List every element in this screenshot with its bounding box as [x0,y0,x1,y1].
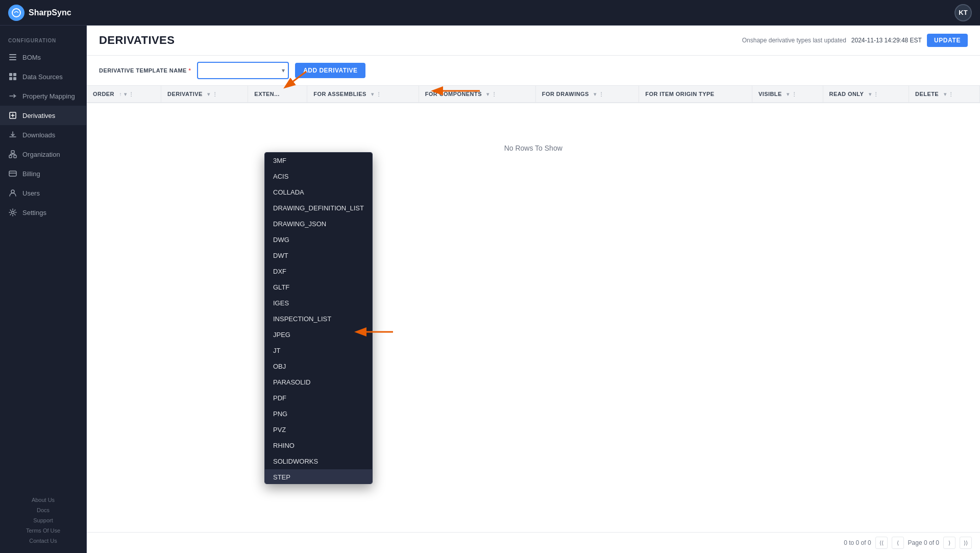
col-read-only: READ ONLY ▾⋮ [823,86,909,103]
sidebar-label-users: Users [22,189,40,197]
boms-icon [8,53,17,62]
template-name-label: DERIVATIVE TEMPLATE NAME * [99,67,191,74]
sidebar-label-downloads: Downloads [22,131,55,139]
dropdown-option-png[interactable]: PNG [265,406,372,422]
derivative-template-select[interactable]: 3MFACISCOLLADADRAWING_DEFINITION_LISTDRA… [197,62,289,79]
svg-rect-7 [13,77,16,80]
link-support[interactable]: Support [8,516,78,524]
dropdown-option-dxf[interactable]: DXF [265,263,372,279]
property-mapping-icon [8,91,17,101]
derivative-type-dropdown: 3MFACISCOLLADADRAWING_DEFINITION_LISTDRA… [264,152,373,484]
dropdown-option-obj[interactable]: OBJ [265,358,372,374]
data-sources-icon [8,72,17,81]
dropdown-option-step[interactable]: STEP [265,469,372,484]
dropdown-option-jt[interactable]: JT [265,343,372,358]
header-right: Onshape derivative types last updated 20… [742,34,968,47]
dropdown-option-pdf[interactable]: PDF [265,390,372,406]
sidebar-item-users[interactable]: Users [0,183,86,203]
user-avatar[interactable]: KT [954,4,972,21]
sidebar-label-data-sources: Data Sources [22,73,63,81]
pagination-bar: 0 to 0 of 0 ⟨⟨ ⟨ Page 0 of 0 ⟩ ⟩⟩ [87,532,980,553]
dropdown-option-parasolid[interactable]: PARASOLID [265,374,372,390]
sidebar-label-property-mapping: Property Mapping [22,92,75,100]
dropdown-option-inspection_list[interactable]: INSPECTION_LIST [265,311,372,327]
sidebar-label-billing: Billing [22,170,40,178]
svg-point-0 [12,9,20,17]
no-rows-message: No Rows To Show [87,103,980,193]
col-for-assemblies: FOR ASSEMBLIES ▾⋮ [307,86,419,103]
dropdown-option-solidworks[interactable]: SOLIDWORKS [265,453,372,469]
page-info: Page 0 of 0 [908,539,939,546]
sidebar-label-organization: Organization [22,151,60,158]
link-contact[interactable]: Contact Us [8,537,78,545]
sidebar-item-downloads[interactable]: Downloads [0,125,86,145]
dropdown-option-drawing_definition_list[interactable]: DRAWING_DEFINITION_LIST [265,200,372,216]
sidebar-item-property-mapping[interactable]: Property Mapping [0,86,86,106]
billing-icon [8,169,17,178]
link-about-us[interactable]: About Us [8,496,78,504]
link-docs[interactable]: Docs [8,506,78,514]
sidebar-label-boms: BOMs [22,54,41,61]
col-visible: VISIBLE ▾⋮ [752,86,823,103]
next-page-button[interactable]: ⟩ [943,537,955,549]
col-extension: EXTEN... [248,86,307,103]
toolbar: DERIVATIVE TEMPLATE NAME * 3MFACISCOLLAD… [87,56,980,86]
sidebar-bottom: About Us Docs Support Terms Of Use Conta… [0,488,86,553]
table-container: ORDER ↑▾⋮ DERIVATIVE ▾⋮ EXTEN... FOR ASS… [87,86,980,532]
timestamp-value: 2024-11-13 14:29:48 EST [851,37,922,44]
dropdown-option-acis[interactable]: ACIS [265,169,372,184]
update-button[interactable]: UPDATE [927,34,968,47]
page-header: DERIVATIVES Onshape derivative types las… [87,26,980,56]
dropdown-option-iges[interactable]: IGES [265,295,372,311]
col-for-drawings: FOR DRAWINGS ▾⋮ [535,86,639,103]
col-for-item-origin-type: FOR ITEM ORIGIN TYPE [639,86,752,103]
settings-icon [8,208,17,217]
sidebar-label-derivatives: Derivatives [22,112,55,119]
svg-rect-2 [9,57,16,58]
dropdown-option-drawing_json[interactable]: DRAWING_JSON [265,216,372,232]
dropdown-option-pvz[interactable]: PVZ [265,422,372,438]
sidebar-item-derivatives[interactable]: Derivatives [0,106,86,125]
timestamp-label: Onshape derivative types last updated [742,37,846,44]
dropdown-option-rhino[interactable]: RHINO [265,438,372,453]
derivatives-icon [8,111,17,120]
row-count: 0 to 0 of 0 [844,539,871,546]
sidebar-item-organization[interactable]: Organization [0,145,86,164]
col-derivative: DERIVATIVE ▾⋮ [161,86,248,103]
col-for-components: FOR COMPONENTS ▾⋮ [419,86,535,103]
svg-rect-4 [9,73,12,76]
sidebar-item-settings[interactable]: Settings [0,203,86,222]
link-terms[interactable]: Terms Of Use [8,526,78,535]
svg-rect-6 [9,77,12,80]
main-content: DERIVATIVES Onshape derivative types las… [87,26,980,553]
users-icon [8,188,17,198]
derivatives-table: ORDER ↑▾⋮ DERIVATIVE ▾⋮ EXTEN... FOR ASS… [87,86,980,193]
dropdown-option-dwt[interactable]: DWT [265,248,372,263]
dropdown-option-gltf[interactable]: GLTF [265,279,372,295]
prev-page-button[interactable]: ⟨ [892,537,904,549]
svg-rect-5 [13,73,16,76]
svg-point-14 [12,211,14,214]
sidebar-item-data-sources[interactable]: Data Sources [0,67,86,86]
dropdown-option-collada[interactable]: COLLADA [265,184,372,200]
sidebar-item-boms[interactable]: BOMs [0,47,86,67]
first-page-button[interactable]: ⟨⟨ [875,537,888,549]
sidebar-section-label: CONFIGURATION [0,30,86,47]
col-order: ORDER ↑▾⋮ [87,86,161,103]
svg-rect-3 [9,59,16,60]
svg-rect-1 [9,54,16,55]
add-derivative-button[interactable]: ADD DERIVATIVE [295,63,365,78]
dropdown-option-3mf[interactable]: 3MF [265,153,372,169]
sidebar-label-settings: Settings [22,209,46,217]
col-delete: DELETE ▾⋮ [909,86,980,103]
dropdown-option-dwg[interactable]: DWG [265,232,372,248]
page-title: DERIVATIVES [99,34,175,47]
dropdown-option-jpeg[interactable]: JPEG [265,327,372,343]
logo-icon [8,5,24,21]
table-header-row: ORDER ↑▾⋮ DERIVATIVE ▾⋮ EXTEN... FOR ASS… [87,86,980,103]
sidebar-item-billing[interactable]: Billing [0,164,86,183]
svg-rect-12 [9,171,16,176]
app-name: SharpSync [29,8,71,17]
last-page-button[interactable]: ⟩⟩ [960,537,972,549]
app-logo[interactable]: SharpSync [8,5,71,21]
